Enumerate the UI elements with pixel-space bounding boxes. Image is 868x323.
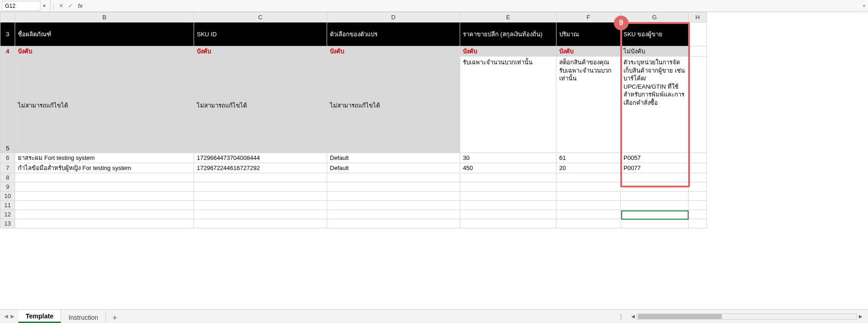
cell[interactable]: [621, 173, 689, 182]
col-header[interactable]: G: [621, 12, 689, 23]
cell[interactable]: [194, 210, 327, 219]
cell[interactable]: 20: [556, 163, 621, 173]
scroll-right-icon[interactable]: ▶: [857, 314, 864, 319]
cell[interactable]: P0077: [621, 163, 689, 173]
cell[interactable]: [689, 23, 707, 46]
cell[interactable]: [15, 219, 194, 228]
header-cell[interactable]: ปริมาณ: [556, 23, 621, 46]
cell[interactable]: [327, 192, 460, 201]
cell[interactable]: [460, 192, 556, 201]
cell[interactable]: 1729664473704008444: [194, 153, 327, 163]
header-cell[interactable]: ราคาขายปลีก (สกุลเงินท้องถิ่น): [460, 23, 556, 46]
cell[interactable]: ยาสระผม Fort testing system: [15, 153, 194, 163]
description-cell[interactable]: ไม่สามารถแก้ไขได้: [194, 57, 327, 153]
cell[interactable]: กำไลข้อมือสำหรับผู้หญิง For testing syst…: [15, 163, 194, 173]
cell[interactable]: [556, 182, 621, 192]
name-box-input[interactable]: [2, 1, 40, 11]
description-cell[interactable]: ไม่สามารถแก้ไขได้: [15, 57, 194, 153]
row-header[interactable]: 10: [0, 192, 15, 201]
row-header[interactable]: 12: [0, 210, 15, 219]
row-header[interactable]: 7: [0, 163, 15, 173]
tab-template[interactable]: Template: [18, 310, 61, 323]
cell[interactable]: 1729672244616727292: [194, 163, 327, 173]
cell[interactable]: [15, 182, 194, 192]
cell[interactable]: [327, 219, 460, 228]
cell[interactable]: Default: [327, 163, 460, 173]
cell[interactable]: [621, 192, 689, 201]
cell[interactable]: [556, 219, 621, 228]
scroll-left-icon[interactable]: ◀: [629, 314, 637, 319]
description-cell[interactable]: ไม่สามารถแก้ไขได้: [327, 57, 460, 153]
cell[interactable]: [460, 173, 556, 182]
col-header[interactable]: E: [460, 12, 556, 23]
cell-G12[interactable]: [621, 210, 689, 219]
row-header[interactable]: 3: [0, 23, 15, 46]
scroll-thumb[interactable]: [638, 314, 722, 319]
row-header[interactable]: 8: [0, 173, 15, 182]
cell[interactable]: [194, 192, 327, 201]
cell[interactable]: [15, 173, 194, 182]
name-box[interactable]: ▾: [0, 0, 50, 11]
cell[interactable]: [689, 163, 707, 173]
cell[interactable]: [556, 210, 621, 219]
cell[interactable]: [556, 192, 621, 201]
required-cell[interactable]: บังคับ: [556, 46, 621, 57]
spreadsheet-grid[interactable]: B C D E F G H 3 ชื่อผลิตภัณฑ์ SKU ID ตัว…: [0, 12, 868, 309]
row-header[interactable]: 6: [0, 153, 15, 163]
cell[interactable]: [689, 46, 707, 57]
fx-icon[interactable]: fx: [75, 2, 86, 9]
cell[interactable]: [15, 210, 194, 219]
cell[interactable]: 450: [460, 163, 556, 173]
required-cell[interactable]: บังคับ: [15, 46, 194, 57]
cell[interactable]: [327, 210, 460, 219]
cell[interactable]: [556, 201, 621, 210]
cell[interactable]: [460, 219, 556, 228]
cell[interactable]: [621, 201, 689, 210]
header-cell[interactable]: ตัวเลือกของตัวแปร: [327, 23, 460, 46]
add-sheet-button[interactable]: +: [106, 313, 124, 323]
col-header[interactable]: B: [15, 12, 194, 23]
cell[interactable]: [460, 210, 556, 219]
cancel-icon[interactable]: ✕: [56, 2, 66, 9]
header-cell[interactable]: SKU ID: [194, 23, 327, 46]
horizontal-scrollbar[interactable]: ◀ ▶: [629, 313, 868, 320]
optional-cell[interactable]: ไม่บังคับ: [621, 46, 689, 57]
cell[interactable]: [689, 153, 707, 163]
scroll-track[interactable]: [637, 313, 857, 320]
header-cell[interactable]: SKU ของผู้ขาย: [621, 23, 689, 46]
required-cell[interactable]: บังคับ: [194, 46, 327, 57]
cell[interactable]: [621, 219, 689, 228]
cell[interactable]: [689, 182, 707, 192]
row-header[interactable]: 5: [0, 57, 15, 153]
col-header[interactable]: F: [556, 12, 621, 23]
cell[interactable]: [460, 201, 556, 210]
cell[interactable]: [327, 182, 460, 192]
cell[interactable]: [689, 57, 707, 153]
description-cell[interactable]: รับเฉพาะจำนวนบวกเท่านั้น: [460, 57, 556, 153]
select-all-corner[interactable]: [0, 12, 15, 23]
description-cell[interactable]: ตัวระบุหน่วยในการจัดเก็บสินค้าจากผู้ขาย …: [621, 57, 689, 153]
cell[interactable]: [689, 173, 707, 182]
cell[interactable]: [194, 182, 327, 192]
header-cell[interactable]: ชื่อผลิตภัณฑ์: [15, 23, 194, 46]
cell[interactable]: [15, 201, 194, 210]
cell[interactable]: [15, 192, 194, 201]
sheet-nav[interactable]: ◀ ▶: [0, 313, 18, 319]
cell[interactable]: [689, 219, 707, 228]
cell[interactable]: [556, 173, 621, 182]
cell[interactable]: [194, 173, 327, 182]
cell[interactable]: [689, 210, 707, 219]
sheet-menu-icon[interactable]: ⋮: [612, 313, 629, 320]
required-cell[interactable]: บังคับ: [460, 46, 556, 57]
required-cell[interactable]: บังคับ: [327, 46, 460, 57]
cell[interactable]: [194, 219, 327, 228]
cell[interactable]: [194, 201, 327, 210]
row-header[interactable]: 11: [0, 201, 15, 210]
cell[interactable]: 61: [556, 153, 621, 163]
chevron-down-icon[interactable]: ▾: [40, 3, 48, 8]
tab-instruction[interactable]: Instruction: [61, 311, 106, 323]
col-header[interactable]: D: [327, 12, 460, 23]
row-header[interactable]: 9: [0, 182, 15, 192]
cell[interactable]: [327, 201, 460, 210]
cell[interactable]: [327, 173, 460, 182]
